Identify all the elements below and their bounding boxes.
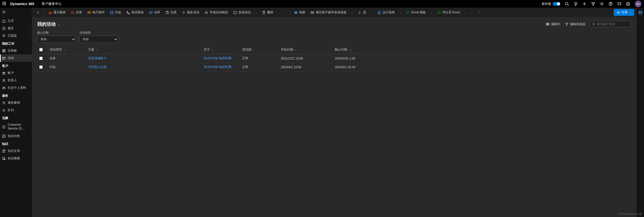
nav-queue[interactable]: 队列 xyxy=(0,106,32,114)
cell-due: 2024/4/2 18:30 xyxy=(333,65,631,69)
cmd-other[interactable]: 其他活动 xyxy=(231,9,253,16)
overflow-chevron-2[interactable]: ⌄ xyxy=(469,10,474,15)
col-due-date[interactable]: 截止日期↑⌄ xyxy=(333,47,631,52)
nav-article[interactable]: 知识文章 xyxy=(0,147,32,155)
row-checkbox[interactable] xyxy=(39,57,43,60)
filter-icon[interactable] xyxy=(591,2,595,6)
back-button[interactable] xyxy=(34,10,42,15)
col-start-date[interactable]: 开始日期⌄ xyxy=(279,47,333,52)
overflow-chevron[interactable]: ⌄ xyxy=(283,10,288,15)
nav-account[interactable]: 帐户 xyxy=(0,69,32,77)
filter-search-input[interactable] xyxy=(597,22,629,26)
clock-icon xyxy=(2,27,6,30)
nav-group-header: 服务 xyxy=(0,92,32,99)
cmd-emaillink-dropdown[interactable]: ⌄ xyxy=(350,10,355,15)
cmd-excel[interactable]: 导出至 Excel xyxy=(435,9,462,16)
sidebar-collapse-button[interactable] xyxy=(0,8,32,17)
cmd-emaillink[interactable]: 通过电子邮件发送链接 xyxy=(309,9,349,16)
nav-ksearch[interactable]: 知识搜索 xyxy=(0,155,32,162)
refresh-icon xyxy=(294,11,298,14)
table-row[interactable]: 任务设置保修帐户供水中的矿物质积累正常2021/2/22 13:002024/3… xyxy=(37,54,631,63)
edit-columns-button[interactable]: 编辑列 xyxy=(546,22,560,26)
more-commands-button[interactable]: ⋮ xyxy=(475,10,482,15)
cmd-delete[interactable]: 删除 xyxy=(260,9,275,16)
select-all-checkbox[interactable] xyxy=(39,48,43,51)
add-icon[interactable] xyxy=(582,2,586,6)
cmd-phone[interactable]: 电话联络 xyxy=(124,9,146,16)
settings-icon[interactable] xyxy=(600,2,604,6)
cmd-svc[interactable]: 服务活动 xyxy=(180,9,201,16)
nav-pin[interactable]: 已固定⌄ xyxy=(0,32,32,40)
cmd-excel-dropdown[interactable]: ⌄ xyxy=(463,10,468,15)
smiley-icon[interactable] xyxy=(626,2,630,6)
cmd-flow-dropdown[interactable]: ⌄ xyxy=(369,10,374,15)
nav-case[interactable]: 服务案例 xyxy=(0,99,32,106)
filter-search-box[interactable] xyxy=(590,21,631,27)
dashboard-icon xyxy=(2,49,6,53)
cmd-campaign[interactable]: 市场活动响应 xyxy=(202,9,230,16)
about-link[interactable]: 供水中的矿物质积累 xyxy=(204,65,231,69)
subject-link[interactable]: 与负责人会面 xyxy=(88,65,107,69)
user-avatar[interactable]: ab xyxy=(635,1,641,7)
help-icon[interactable] xyxy=(609,2,613,6)
svg-point-0 xyxy=(565,2,568,5)
cmd-delete-dropdown[interactable]: ⌄ xyxy=(276,10,282,15)
row-checkbox[interactable] xyxy=(39,65,43,69)
pin-icon xyxy=(2,34,6,38)
excel-tpl-icon xyxy=(406,11,410,14)
cmd-chart[interactable]: 显示图表 xyxy=(46,9,68,16)
svg-rect-23 xyxy=(3,57,5,59)
app-launcher-icon[interactable] xyxy=(3,2,7,6)
share-label: 共享 xyxy=(621,10,628,15)
col-priority[interactable]: 优先级⌄ xyxy=(240,47,279,52)
new-look-toggle[interactable] xyxy=(553,2,560,6)
about-link[interactable]: 供水中的矿物质积累 xyxy=(204,56,231,61)
nav-dashboard[interactable]: 仪表板 xyxy=(0,47,32,54)
col-activity-type[interactable]: 活动类型⌄ xyxy=(48,47,86,52)
cmd-report-dropdown[interactable]: ⌄ xyxy=(398,10,403,15)
due-filter-select[interactable]: 所有 xyxy=(37,36,76,43)
share-button[interactable]: 共享 ⌄ xyxy=(614,9,634,16)
cmd-flow[interactable]: 流 xyxy=(356,9,368,16)
page-title[interactable]: 我的活动⌄ xyxy=(37,21,60,27)
edit-filters-button[interactable]: 编辑筛选器 xyxy=(565,22,585,26)
nav-history[interactable]: Customer Service 历... xyxy=(0,121,32,132)
svg-point-7 xyxy=(611,5,611,5)
nav-group-header: 知识 xyxy=(0,140,32,147)
cmd-email[interactable]: 电子邮件 xyxy=(85,9,107,16)
cmd-other-dropdown[interactable]: ⌄ xyxy=(254,10,259,15)
account-icon xyxy=(2,71,6,75)
lightbulb-icon[interactable] xyxy=(574,2,578,6)
cmd-task[interactable]: 任务 xyxy=(69,9,84,16)
cmd-excel-tpl-dropdown[interactable]: ⌄ xyxy=(429,10,434,15)
nav-clock[interactable]: 最近⌄ xyxy=(0,25,32,32)
home-icon xyxy=(2,19,6,23)
cmd-excel-tpl[interactable]: Excel 模板 xyxy=(404,9,428,16)
nav-social[interactable]: 社交个人资料 xyxy=(0,84,32,92)
copilot-icon[interactable] xyxy=(638,10,643,15)
subject-link[interactable]: 设置保修帐户 xyxy=(88,56,107,61)
col-about[interactable]: 关于⌄ xyxy=(202,47,240,52)
social-icon xyxy=(2,86,6,90)
emaillink-icon xyxy=(311,11,314,14)
nav-activity[interactable]: 活动 xyxy=(0,54,32,62)
search-icon[interactable] xyxy=(565,2,569,6)
nav-contact[interactable]: 联系人 xyxy=(0,77,32,84)
cmd-letter[interactable]: 信件 xyxy=(147,9,162,16)
nav-analytics[interactable]: 知识分析 xyxy=(0,132,32,140)
nav-home[interactable]: 主页 xyxy=(0,17,32,25)
type-filter-label: 活动类型 xyxy=(79,31,118,35)
col-subject[interactable]: 主题⌄ xyxy=(86,47,202,52)
cmd-refresh[interactable]: 刷新 xyxy=(292,9,307,16)
table-row[interactable]: 约会与负责人会面供水中的矿物质积累正常2024/4/2 18:002024/4/… xyxy=(37,63,631,72)
svg-rect-61 xyxy=(407,11,409,14)
cmd-fax[interactable]: 传真 xyxy=(163,9,179,16)
view-dropdown-icon[interactable]: ⌄ xyxy=(57,23,60,26)
type-filter-select[interactable]: 所有 xyxy=(79,36,118,43)
cmd-appt[interactable]: 约会 xyxy=(108,9,123,16)
assistant-icon[interactable] xyxy=(617,2,621,6)
other-icon xyxy=(233,11,237,14)
brand-title: Dynamics 365 xyxy=(10,2,34,6)
svg-rect-62 xyxy=(437,11,440,14)
cmd-report[interactable]: 运行报表 xyxy=(375,9,397,16)
